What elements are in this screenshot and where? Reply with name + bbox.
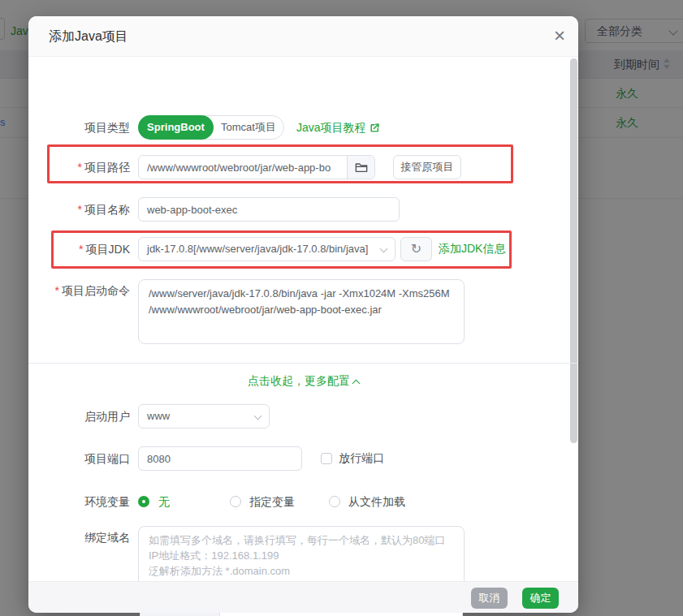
bind-domain-label: 绑定域名 [28,531,130,545]
project-port-input[interactable] [138,446,302,471]
radio-env-none-label[interactable]: 无 [158,495,170,510]
start-user-select[interactable]: www [138,404,270,429]
project-name-input[interactable] [138,197,400,222]
project-path-label: *项目路径 [28,161,130,175]
domain-placeholder-line: IP地址格式：192.168.1.199 [149,548,454,563]
project-jdk-select[interactable]: jdk-17.0.8[/www/server/java/jdk-17.0.8/b… [138,237,396,261]
link-icon [370,117,380,141]
start-command-textarea[interactable]: /www/server/java/jdk-17.0.8/bin/java -ja… [138,279,465,344]
close-icon[interactable]: × [554,24,565,47]
refresh-icon: ↻ [411,242,421,256]
java-tutorial-link[interactable]: Java项目教程 [296,115,380,141]
domain-placeholder-line: 泛解析添加方法 *.domain.com [149,563,454,579]
project-path-input[interactable] [139,156,347,179]
screen: Jav 全部分类 到期时间 永久 永久 s 添加Java项目 × 项目类型 [0,0,683,616]
dialog-footer: 取消 确定 [28,581,578,613]
dialog-header: 添加Java项目 × [28,16,578,57]
radio-env-specify[interactable] [230,496,241,507]
cancel-button[interactable]: 取消 [471,588,508,609]
chevron-up-icon [352,380,361,388]
add-jdk-info-link[interactable]: 添加JDK信息 [439,242,505,256]
add-java-project-dialog: 添加Java项目 × 项目类型 SpringBoot Tomcat项目 Java… [28,16,578,613]
radio-env-from-file[interactable] [329,496,340,507]
project-port-label: 项目端口 [28,452,130,467]
section-divider [28,363,578,364]
tab-tomcat[interactable]: Tomcat项目 [214,116,283,139]
refresh-jdk-button[interactable]: ↻ [400,237,432,261]
folder-icon [355,162,368,173]
folder-browse-button[interactable] [347,156,374,179]
takeover-project-button[interactable]: 接管原项目 [393,155,461,179]
collapse-more-config-link[interactable]: 点击收起，更多配置 [28,374,578,389]
project-name-label: *项目名称 [28,203,130,218]
start-user-label: 启动用户 [28,410,130,424]
domain-placeholder-line: 如需填写多个域名，请换行填写，每行一个域名，默认为80端口 [149,532,454,548]
radio-env-from-file-label[interactable]: 从文件加载 [348,495,405,510]
project-type-label: 项目类型 [28,121,130,136]
dialog-title: 添加Java项目 [49,28,128,45]
confirm-button[interactable]: 确定 [522,588,559,609]
chevron-down-icon [380,245,388,253]
tab-springboot[interactable]: SpringBoot [138,115,214,140]
open-port-checkbox-label[interactable]: 放行端口 [339,451,384,466]
start-command-label: *项目启动命令 [28,284,130,299]
project-path-input-group [138,155,375,179]
radio-env-specify-label[interactable]: 指定变量 [249,495,295,510]
project-jdk-label: *项目JDK [28,243,130,257]
radio-env-none[interactable] [138,496,149,507]
open-port-checkbox[interactable] [321,453,332,464]
env-vars-label: 环境变量 [28,495,130,510]
dialog-body: 项目类型 SpringBoot Tomcat项目 Java项目教程 *项目路径 … [28,57,578,576]
chevron-down-icon [254,412,262,420]
project-type-segmented: SpringBoot Tomcat项目 [138,115,284,140]
